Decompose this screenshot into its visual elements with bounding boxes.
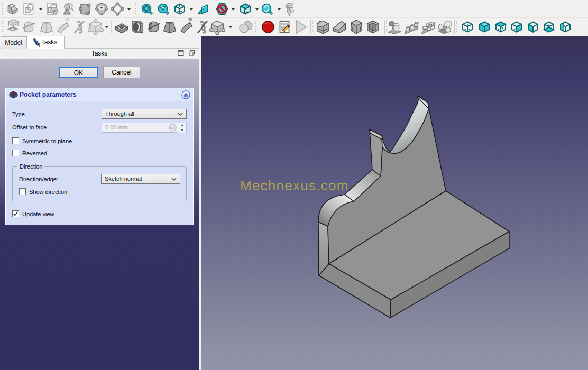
svg-text:f(x): f(x) <box>170 126 176 130</box>
